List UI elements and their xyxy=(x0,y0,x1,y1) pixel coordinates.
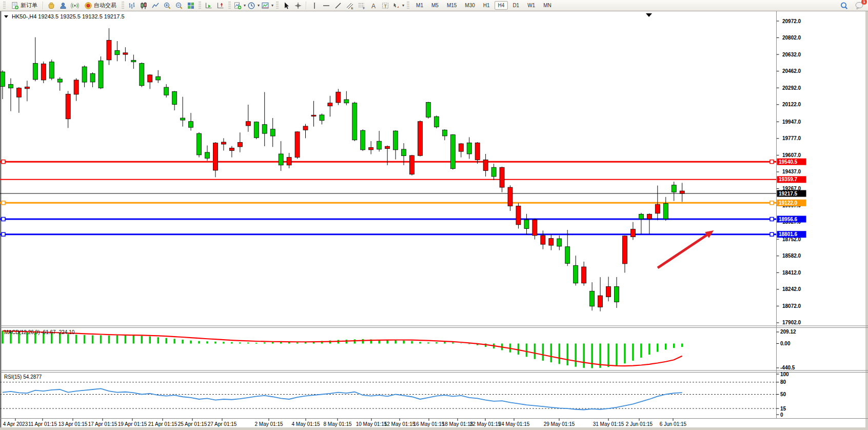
text-tool-button[interactable]: A xyxy=(368,1,379,11)
arrows-dropdown-caret[interactable]: ▾ xyxy=(402,3,404,8)
chart-shift-button[interactable] xyxy=(215,1,226,11)
svg-text:18801.6: 18801.6 xyxy=(779,231,798,237)
price-level-badge: 19540.5 xyxy=(777,159,806,165)
svg-text:4 May 01:15: 4 May 01:15 xyxy=(291,421,320,427)
cursor-tool-button[interactable] xyxy=(281,1,292,11)
svg-text:20292.0: 20292.0 xyxy=(782,85,801,91)
svg-text:12 May 01:15: 12 May 01:15 xyxy=(384,421,416,427)
chat-notification-badge: 1 xyxy=(861,0,867,5)
timeframe-m30-button[interactable]: M30 xyxy=(461,1,478,10)
community-button[interactable] xyxy=(57,1,69,11)
hline-handle[interactable] xyxy=(770,218,774,221)
text-icon: A xyxy=(369,2,378,10)
vertical-line-tool-button[interactable] xyxy=(309,1,320,11)
chat-button[interactable]: 1 xyxy=(854,1,865,11)
timeframe-d1-button[interactable]: D1 xyxy=(509,1,523,10)
hline-handle[interactable] xyxy=(2,201,5,205)
periods-dropdown-caret[interactable]: ▾ xyxy=(258,3,260,8)
toolbar-grip[interactable] xyxy=(199,2,201,10)
auto-scroll-icon xyxy=(205,2,213,10)
templates-button[interactable]: ▾ xyxy=(261,1,274,11)
chart-area[interactable]: 20972.020802.020632.020462.020292.020122… xyxy=(0,11,868,430)
svg-text:F: F xyxy=(363,7,365,10)
svg-text:18412.0: 18412.0 xyxy=(782,270,801,276)
svg-text:18 May 01:15: 18 May 01:15 xyxy=(442,421,474,427)
search-icon xyxy=(840,2,849,10)
new-order-button[interactable]: 新订单 xyxy=(8,1,41,11)
candlestick-mode-button[interactable] xyxy=(138,1,149,11)
label-tool-button[interactable]: T xyxy=(380,1,391,11)
channel-tool-button[interactable]: E xyxy=(344,1,356,11)
toolbar-grip[interactable] xyxy=(228,2,231,10)
toolbar-separator xyxy=(43,2,44,10)
hline-handle[interactable] xyxy=(2,218,5,221)
svg-text:15: 15 xyxy=(780,406,786,412)
hline-handle[interactable] xyxy=(770,160,774,164)
indicators-icon xyxy=(233,2,242,10)
indicators-dropdown-caret[interactable]: ▾ xyxy=(244,3,246,8)
hline-handle[interactable] xyxy=(770,201,774,205)
svg-text:29 May 01:15: 29 May 01:15 xyxy=(544,421,575,427)
hline-handle[interactable] xyxy=(2,160,5,164)
svg-text:A: A xyxy=(371,2,376,9)
zoom-in-button[interactable] xyxy=(162,1,173,11)
search-button[interactable] xyxy=(838,1,850,11)
toolbar-grip[interactable] xyxy=(276,2,279,10)
market-icon xyxy=(47,2,55,10)
timeframe-m5-button[interactable]: M5 xyxy=(428,1,442,10)
svg-text:31 May 01:15: 31 May 01:15 xyxy=(593,421,624,427)
svg-text:20972.0: 20972.0 xyxy=(782,18,801,24)
candlestick-icon xyxy=(140,2,148,10)
arrows-tool-button[interactable]: ▾ xyxy=(391,1,405,11)
svg-text:T: T xyxy=(384,3,387,8)
svg-text:21 Apr 01:15: 21 Apr 01:15 xyxy=(148,421,177,427)
periods-button[interactable]: ▾ xyxy=(247,1,260,11)
hline-handle[interactable] xyxy=(2,232,5,236)
svg-text:20632.0: 20632.0 xyxy=(782,52,801,57)
svg-text:50: 50 xyxy=(780,392,786,397)
horizontal-line-tool-button[interactable] xyxy=(321,1,332,11)
timeframe-h1-button[interactable]: H1 xyxy=(480,1,494,10)
svg-text:6 Jun 01:15: 6 Jun 01:15 xyxy=(660,421,687,427)
svg-text:HK50-,H4 19243.5 19325.5 1913: HK50-,H4 19243.5 19325.5 19132.5 19217.5 xyxy=(12,13,125,19)
crosshair-tool-button[interactable] xyxy=(292,1,304,11)
auto-trading-button[interactable]: 自动交易 xyxy=(81,1,120,11)
svg-text:19777.0: 19777.0 xyxy=(782,135,801,141)
trendline-icon xyxy=(334,2,342,10)
bar-chart-mode-button[interactable] xyxy=(126,1,137,11)
templates-icon xyxy=(261,2,269,10)
price-chart-canvas[interactable]: 20972.020802.020632.020462.020292.020122… xyxy=(0,11,868,430)
trendline-tool-button[interactable] xyxy=(332,1,344,11)
new-order-icon xyxy=(11,2,19,10)
price-level-badge: 19122.0 xyxy=(777,200,806,206)
auto-scroll-button[interactable] xyxy=(203,1,214,11)
indicators-button[interactable]: ▾ xyxy=(233,1,246,11)
templates-dropdown-caret[interactable]: ▾ xyxy=(271,3,273,8)
zoom-out-button[interactable] xyxy=(173,1,185,11)
timeframe-w1-button[interactable]: W1 xyxy=(524,1,539,10)
timeframe-h4-button[interactable]: H4 xyxy=(495,1,508,10)
timeframe-bar: M1M5M15M30H1H4D1W1MN xyxy=(412,1,555,10)
community-user-icon xyxy=(59,2,67,10)
hline-handle[interactable] xyxy=(770,232,774,236)
line-chart-mode-button[interactable] xyxy=(150,1,161,11)
svg-text:11 Apr 01:15: 11 Apr 01:15 xyxy=(28,421,57,427)
toolbar-grip[interactable] xyxy=(407,2,409,10)
svg-text:2 May 01:15: 2 May 01:15 xyxy=(254,421,283,427)
chart-title: HK50-,H4 19243.5 19325.5 19132.5 19217.5 xyxy=(4,13,125,19)
timeframe-m15-button[interactable]: M15 xyxy=(443,1,460,10)
timeframe-m1-button[interactable]: M1 xyxy=(412,1,427,10)
price-level-badge: 19217.5 xyxy=(777,190,806,197)
market-button[interactable] xyxy=(46,1,57,11)
tile-windows-button[interactable] xyxy=(185,1,196,11)
fibonacci-tool-button[interactable]: F xyxy=(356,1,367,11)
svg-text:100: 100 xyxy=(780,372,789,377)
timeframe-mn-button[interactable]: MN xyxy=(540,1,555,10)
svg-text:80: 80 xyxy=(780,379,786,385)
signals-button[interactable] xyxy=(69,1,81,11)
svg-text:4 Apr 2023: 4 Apr 2023 xyxy=(3,421,28,427)
toolbar-grip[interactable] xyxy=(122,2,124,10)
auto-trading-label: 自动交易 xyxy=(94,2,116,9)
toolbar-grip[interactable] xyxy=(3,2,6,10)
vertical-line-icon xyxy=(310,2,319,10)
